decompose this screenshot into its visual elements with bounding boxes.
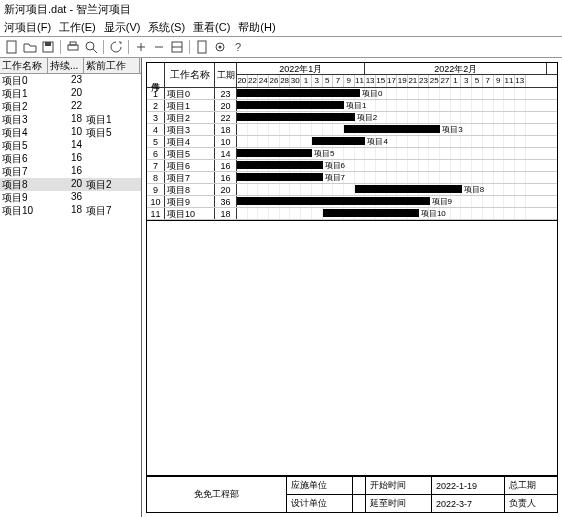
day-header: 3 [312, 75, 323, 87]
gantt-row[interactable]: 10项目936项目9 [147, 196, 557, 208]
gantt-row[interactable]: 4项目318项目3 [147, 124, 557, 136]
row-name: 项目2 [165, 112, 215, 123]
zoom-in-icon[interactable] [133, 39, 149, 55]
gantt-bar[interactable] [237, 173, 323, 181]
task-duration: 20 [48, 178, 84, 191]
menu-work[interactable]: 工作(E) [59, 20, 96, 34]
gantt-row[interactable]: 1项目023项目0 [147, 88, 557, 100]
refresh-icon[interactable] [108, 39, 124, 55]
menu-system[interactable]: 系统(S) [148, 20, 185, 34]
gantt-bar-label: 项目4 [367, 136, 387, 148]
task-predecessor [84, 139, 140, 152]
gantt-bar[interactable] [237, 197, 430, 205]
window-title-text: 新河项目.dat - 智兰河项目 [4, 3, 131, 15]
gantt-row[interactable]: 6项目514项目5 [147, 148, 557, 160]
gantt-row[interactable]: 5项目410项目4 [147, 136, 557, 148]
task-row[interactable]: 项目410项目5 [0, 126, 141, 139]
gantt-empty-area [146, 221, 558, 476]
gantt-row[interactable]: 11项目1018项目10 [147, 208, 557, 220]
gantt-bar[interactable] [237, 113, 355, 121]
day-header: 11 [504, 75, 515, 87]
month-header: 2022年1月 [237, 63, 365, 74]
gantt-bar-label: 项目2 [357, 112, 377, 124]
fit-icon[interactable] [169, 39, 185, 55]
task-predecessor [84, 191, 140, 204]
day-header: 11 [355, 75, 366, 87]
task-predecessor: 项目2 [84, 178, 140, 191]
col-duration[interactable]: 持续... [48, 58, 84, 73]
task-name: 项目5 [0, 139, 48, 152]
menu-redraw[interactable]: 重看(C) [193, 20, 230, 34]
settings-icon[interactable] [212, 39, 228, 55]
gantt-header: 序号 工作名称 工期 2022年1月2022年2月 20222426283013… [147, 63, 557, 88]
gantt-bar-label: 项目10 [421, 208, 446, 220]
task-row[interactable]: 项目1018项目7 [0, 204, 141, 217]
gantt-col-name: 工作名称 [165, 63, 215, 87]
gantt-row[interactable]: 7项目616项目6 [147, 160, 557, 172]
row-index: 8 [147, 172, 165, 183]
task-row[interactable]: 项目936 [0, 191, 141, 204]
task-row[interactable]: 项目616 [0, 152, 141, 165]
gantt-row[interactable]: 8项目716项目7 [147, 172, 557, 184]
task-name: 项目6 [0, 152, 48, 165]
menu-help[interactable]: 帮助(H) [238, 20, 275, 34]
task-duration: 14 [48, 139, 84, 152]
gantt-row[interactable]: 9项目820项目8 [147, 184, 557, 196]
row-duration: 14 [215, 148, 237, 159]
gantt-bar-label: 项目3 [442, 124, 462, 136]
task-duration: 18 [48, 204, 84, 217]
gantt-bar[interactable] [323, 209, 419, 217]
task-row[interactable]: 项目023 [0, 74, 141, 87]
footer-cell: 延至时间 [366, 495, 432, 513]
row-duration: 16 [215, 172, 237, 183]
gantt-bar[interactable] [237, 89, 360, 97]
task-predecessor: 项目1 [84, 113, 140, 126]
row-duration: 18 [215, 124, 237, 135]
task-predecessor: 项目5 [84, 126, 140, 139]
preview-icon[interactable] [83, 39, 99, 55]
task-row[interactable]: 项目820项目2 [0, 178, 141, 191]
row-calendar: 项目10 [237, 208, 557, 219]
gantt-bar[interactable] [355, 185, 462, 193]
col-predecessor[interactable]: 紫前工作 [84, 58, 140, 73]
task-name: 项目0 [0, 74, 48, 87]
gantt-row[interactable]: 3项目222项目2 [147, 112, 557, 124]
gantt-bar[interactable] [237, 161, 323, 169]
new-icon[interactable] [4, 39, 20, 55]
day-header: 24 [258, 75, 269, 87]
page-icon[interactable] [194, 39, 210, 55]
gantt-row[interactable]: 2项目120项目1 [147, 100, 557, 112]
day-header: 23 [419, 75, 430, 87]
row-index: 2 [147, 100, 165, 111]
menu-file[interactable]: 河项目(F) [4, 20, 51, 34]
open-icon[interactable] [22, 39, 38, 55]
gantt-bar-label: 项目7 [325, 172, 345, 184]
toolbar: ? [0, 36, 562, 58]
footer-cell: 开始时间 [366, 477, 432, 495]
task-row[interactable]: 项目318项目1 [0, 113, 141, 126]
help-icon[interactable]: ? [230, 39, 246, 55]
gantt-bar[interactable] [237, 149, 312, 157]
task-row[interactable]: 项目514 [0, 139, 141, 152]
save-icon[interactable] [40, 39, 56, 55]
task-row[interactable]: 项目716 [0, 165, 141, 178]
task-row[interactable]: 项目120 [0, 87, 141, 100]
row-calendar: 项目8 [237, 184, 557, 195]
row-index: 9 [147, 184, 165, 195]
col-name[interactable]: 工作名称 [0, 58, 48, 73]
svg-rect-4 [70, 42, 76, 45]
task-name: 项目3 [0, 113, 48, 126]
footer-cell [352, 495, 365, 513]
svg-point-5 [86, 42, 94, 50]
gantt-bar[interactable] [344, 125, 440, 133]
menu-view[interactable]: 显示(V) [104, 20, 141, 34]
print-icon[interactable] [65, 39, 81, 55]
row-calendar: 项目9 [237, 196, 557, 207]
gantt-col-index: 序号 [147, 63, 165, 87]
task-duration: 18 [48, 113, 84, 126]
task-row[interactable]: 项目222 [0, 100, 141, 113]
gantt-bar[interactable] [312, 137, 366, 145]
row-duration: 36 [215, 196, 237, 207]
gantt-bar[interactable] [237, 101, 344, 109]
zoom-out-icon[interactable] [151, 39, 167, 55]
